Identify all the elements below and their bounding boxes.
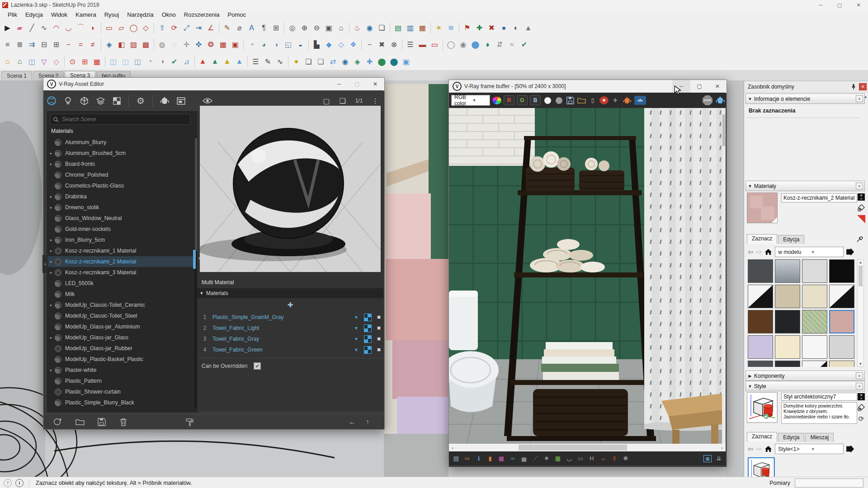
menu-item-okno[interactable]: Okno bbox=[158, 10, 180, 19]
vfb-adjustment-icon[interactable]: ▩ bbox=[497, 455, 505, 463]
material-list-item[interactable]: Chrome_Polished bbox=[47, 169, 194, 180]
toolbar-icon[interactable]: ▲ bbox=[233, 56, 245, 68]
vfb-maximize-button[interactable]: ▢ bbox=[690, 80, 708, 93]
create-material-icon[interactable] bbox=[857, 204, 865, 212]
multi-material-row[interactable]: 4Towel_Fabric_Green▾✖ bbox=[197, 344, 383, 355]
section-entity-info[interactable]: ▼ Informacje o elemencie × bbox=[745, 94, 865, 104]
toolbar-icon[interactable]: ▣ bbox=[229, 38, 241, 51]
material-swatch[interactable] bbox=[775, 285, 800, 308]
help-icon[interactable]: ? bbox=[4, 479, 12, 487]
material-swatch[interactable] bbox=[775, 361, 800, 367]
toolbar-icon[interactable]: ◒ bbox=[294, 38, 307, 51]
toolbar-icon[interactable]: ¶ bbox=[258, 22, 270, 34]
toolbar-icon[interactable]: ❏ bbox=[302, 56, 315, 68]
toolbar-icon[interactable]: ◉ bbox=[339, 56, 351, 68]
toolbar-icon[interactable]: ╱ bbox=[26, 22, 38, 34]
expand-arrow-icon[interactable]: ▸ bbox=[47, 151, 55, 155]
create-style-icon[interactable] bbox=[857, 404, 865, 412]
back-arrow-icon[interactable]: ⇦ bbox=[748, 445, 754, 453]
details-arrow-icon[interactable] bbox=[846, 248, 854, 256]
toolbar-icon[interactable]: ◉ bbox=[457, 38, 469, 51]
section-close-button[interactable]: × bbox=[856, 95, 863, 102]
stop-render-button[interactable]: STOP bbox=[703, 95, 712, 105]
toolbar-icon[interactable]: ◯ bbox=[445, 38, 457, 51]
vfb-adjustment-icon[interactable]: ‖ bbox=[610, 455, 618, 463]
material-list-item[interactable]: ▸Drewno_stolik bbox=[47, 202, 194, 213]
toolbar-icon[interactable]: ▰ bbox=[14, 22, 26, 34]
chevron-down-icon[interactable]: ▾ bbox=[351, 347, 361, 353]
material-swatch[interactable] bbox=[775, 335, 800, 359]
expand-arrow-icon[interactable]: ▸ bbox=[47, 368, 55, 372]
toolbar-icon[interactable]: ♨ bbox=[351, 22, 363, 34]
toolbar-icon[interactable]: ✖ bbox=[486, 22, 498, 34]
home-icon[interactable] bbox=[764, 446, 772, 452]
multi-material-row[interactable]: 2Towel_Fabric_Light▾✖ bbox=[197, 323, 383, 333]
material-scope-dropdown[interactable]: w modelu ▼ bbox=[775, 247, 844, 257]
toolbar-icon[interactable]: ❏ bbox=[376, 22, 388, 34]
style-name-field[interactable] bbox=[781, 393, 857, 401]
expand-arrow-icon[interactable]: ▸ bbox=[47, 162, 55, 166]
toolbar-icon[interactable]: ◱ bbox=[282, 38, 294, 51]
toolbar-icon[interactable]: ⌒ bbox=[75, 22, 87, 34]
material-slot-name[interactable]: Plastic_Simple_GrainM_Gray bbox=[212, 314, 351, 320]
render-last-button[interactable] bbox=[622, 96, 632, 105]
lights-tab-icon[interactable] bbox=[60, 93, 75, 108]
vfb-titlebar[interactable]: V V-Ray frame buffer - [50% of 2400 x 30… bbox=[449, 80, 726, 93]
material-list-item[interactable]: ModelUp_Glass-jar_Rubber bbox=[47, 343, 194, 354]
toolbar-icon[interactable]: ◫ bbox=[132, 56, 144, 68]
material-swatch[interactable] bbox=[802, 310, 827, 333]
toolbar-icon[interactable]: ❏ bbox=[315, 56, 327, 68]
section-styles[interactable]: ▼ Style × bbox=[745, 381, 865, 391]
material-list-item[interactable]: ▸Kosz-z-recznikami_2 Material bbox=[47, 256, 194, 267]
toolbar-icon[interactable]: ◈ bbox=[103, 38, 115, 51]
panel-collapse-handle[interactable]: ‹ bbox=[42, 255, 48, 273]
expand-arrow-icon[interactable]: ▸ bbox=[47, 249, 55, 253]
toolbar-icon[interactable]: ≠ bbox=[87, 38, 99, 51]
toolbar-icon[interactable]: ▭ bbox=[103, 22, 115, 34]
toolbar-icon[interactable]: ∿ bbox=[274, 56, 286, 68]
material-swatch[interactable] bbox=[829, 335, 854, 359]
toolbar-icon[interactable]: ▱ bbox=[115, 22, 127, 34]
section-components[interactable]: ▶ Komponenty × bbox=[745, 371, 865, 381]
menu-item-rysuj[interactable]: Rysuj bbox=[100, 10, 123, 19]
toolbar-icon[interactable]: ◇ bbox=[140, 22, 152, 34]
toolbar-icon[interactable]: ▩ bbox=[140, 38, 152, 51]
measurements-input[interactable] bbox=[795, 479, 863, 488]
toolbar-icon[interactable]: A bbox=[245, 22, 258, 34]
toolbar-icon[interactable]: ⬤ bbox=[388, 56, 400, 68]
swatch-scrollbar[interactable]: ▲ ▼ bbox=[857, 259, 864, 367]
materials-tab-edycja[interactable]: Edycja bbox=[778, 235, 804, 244]
material-swatch[interactable] bbox=[829, 285, 854, 308]
toolbar-icon[interactable]: ▣ bbox=[400, 56, 412, 68]
eyedropper-icon[interactable] bbox=[856, 235, 864, 243]
material-swatch[interactable] bbox=[748, 361, 773, 367]
material-list-item[interactable]: Gold-inner-sockets bbox=[47, 224, 194, 235]
texture-slot-icon[interactable] bbox=[364, 346, 372, 354]
expand-arrow-icon[interactable]: ▸ bbox=[47, 270, 55, 275]
toolbar-icon[interactable]: ◔ bbox=[144, 56, 156, 68]
toolbar-icon[interactable]: ☀ bbox=[433, 22, 445, 34]
material-swatch[interactable] bbox=[829, 259, 854, 283]
minimize-button[interactable]: ─ bbox=[811, 0, 830, 10]
toolbar-icon[interactable]: ⊖ bbox=[311, 22, 323, 34]
vfb-adjustment-icon[interactable]: ↔ bbox=[599, 455, 607, 463]
blue-channel-button[interactable]: B bbox=[530, 95, 541, 105]
maximize-button[interactable]: ▢ bbox=[830, 0, 849, 10]
material-swatch[interactable] bbox=[748, 285, 773, 308]
chevron-down-icon[interactable]: ▾ bbox=[351, 336, 361, 342]
remove-material-icon[interactable]: ✖ bbox=[374, 336, 383, 342]
toolbar-icon[interactable]: ◠ bbox=[50, 22, 62, 34]
material-list-item[interactable]: Plastic_Pattern bbox=[47, 375, 194, 386]
vfb-adjustment-icon[interactable]: ▤ bbox=[452, 455, 460, 463]
forward-arrow-icon[interactable]: ⇨ bbox=[756, 445, 762, 453]
texture-slot-icon[interactable] bbox=[364, 335, 372, 343]
material-list-item[interactable]: Aluminum_Blurry bbox=[47, 137, 194, 148]
channel-dropdown[interactable]: RGB color ▼ bbox=[451, 95, 490, 106]
toolbar-icon[interactable]: ▲ bbox=[209, 56, 221, 68]
styles-tab-mieszaj[interactable]: Mieszaj bbox=[805, 433, 834, 442]
scrollbar-thumb[interactable] bbox=[519, 445, 627, 450]
vfb-adjustment-icon[interactable]: ▭ bbox=[576, 455, 585, 463]
tray-close-button[interactable]: ✕ bbox=[859, 83, 867, 90]
toolbar-icon[interactable]: = bbox=[75, 38, 87, 51]
expand-arrow-icon[interactable]: ▸ bbox=[47, 205, 55, 210]
